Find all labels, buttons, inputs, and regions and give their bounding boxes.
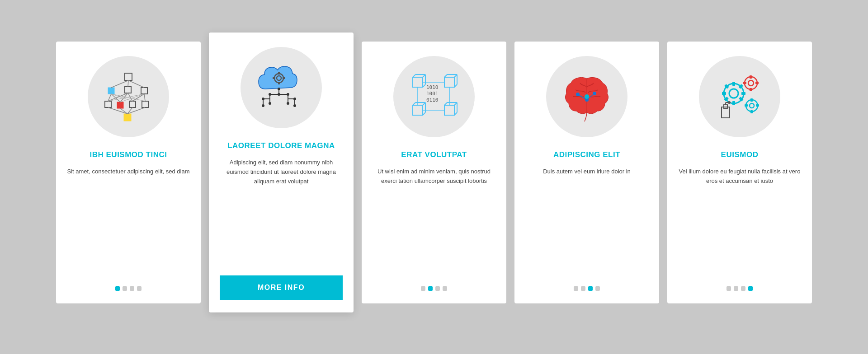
card-4: ADIPISCING ELIT Duis autem vel eum iriur… <box>514 42 659 303</box>
svg-rect-109 <box>745 104 748 107</box>
svg-rect-94 <box>741 92 745 95</box>
svg-rect-91 <box>732 82 735 86</box>
card-3-body: Ut wisi enim ad minim veniam, quis nostr… <box>373 167 495 275</box>
dot-5-2 <box>734 286 738 291</box>
svg-rect-0 <box>125 73 132 80</box>
svg-point-42 <box>278 93 280 96</box>
dot-4-1 <box>574 286 578 291</box>
svg-rect-101 <box>750 75 752 79</box>
card-4-body: Duis autem vel eum iriure dolor in <box>543 167 631 275</box>
dot-3-4 <box>443 286 447 291</box>
dot-5-1 <box>726 286 731 291</box>
svg-rect-61 <box>444 77 454 87</box>
dot-5-3 <box>741 286 745 291</box>
card-3-title: ERAT VOLUTPAT <box>401 150 467 160</box>
svg-rect-103 <box>743 82 746 84</box>
card-5-title: EUISMOD <box>721 150 759 160</box>
svg-point-88 <box>585 94 589 99</box>
card-5-dots <box>726 286 753 291</box>
dot-3-3 <box>435 286 440 291</box>
dot-3-1 <box>421 286 425 291</box>
svg-rect-6 <box>129 101 136 107</box>
card-2-title: LAOREET DOLORE MAGNA <box>227 141 335 151</box>
svg-rect-102 <box>750 88 752 91</box>
svg-rect-110 <box>756 104 759 107</box>
svg-text:1010: 1010 <box>426 84 439 90</box>
dot-1-3 <box>130 286 134 291</box>
card-3: 1010 1001 0110 <box>362 42 506 303</box>
svg-point-47 <box>262 98 264 100</box>
cards-container: IBH EUISMOD TINCI Sit amet, consectetuer… <box>27 42 841 312</box>
svg-rect-108 <box>750 110 753 113</box>
svg-point-45 <box>269 102 271 105</box>
dot-1-4 <box>137 286 142 291</box>
card-4-icon-circle <box>546 56 627 137</box>
svg-rect-5 <box>117 102 123 108</box>
card-3-dots <box>421 286 447 291</box>
card-2: LAOREET DOLORE MAGNA Adipiscing elit, se… <box>209 33 354 312</box>
svg-point-106 <box>750 103 754 108</box>
svg-rect-55 <box>413 77 423 87</box>
dot-3-2 <box>428 286 433 291</box>
svg-rect-31 <box>273 77 275 79</box>
card-1-icon-circle <box>88 56 169 137</box>
blockchain-icon: 1010 1001 0110 <box>405 67 463 126</box>
dot-4-4 <box>595 286 600 291</box>
svg-rect-92 <box>732 101 735 105</box>
dot-4-2 <box>581 286 585 291</box>
svg-rect-3 <box>141 88 147 94</box>
card-5-icon-circle <box>699 56 780 137</box>
svg-rect-30 <box>278 82 280 84</box>
svg-rect-8 <box>124 114 131 121</box>
svg-point-49 <box>262 104 264 107</box>
dot-1-1 <box>115 286 120 291</box>
svg-rect-2 <box>125 87 131 93</box>
gears-icon <box>710 67 769 126</box>
dot-4-3 <box>588 286 593 291</box>
svg-rect-104 <box>755 82 759 84</box>
card-5: EUISMOD Vel illum dolore eu feugiat null… <box>667 42 812 303</box>
card-4-title: ADIPISCING ELIT <box>553 150 620 160</box>
svg-point-48 <box>293 98 296 100</box>
svg-point-100 <box>748 80 754 86</box>
card-4-dots <box>574 286 600 291</box>
svg-point-44 <box>287 93 289 96</box>
svg-rect-107 <box>750 98 753 102</box>
svg-rect-1 <box>108 88 114 94</box>
svg-point-115 <box>728 101 731 104</box>
svg-rect-93 <box>722 92 726 95</box>
card-2-body: Adipiscing elit, sed diam nonummy nibh e… <box>220 158 343 265</box>
cloud-circuit-icon <box>252 58 311 117</box>
svg-line-20 <box>120 108 127 114</box>
more-info-button[interactable]: MORE INFO <box>220 275 343 300</box>
svg-point-99 <box>745 77 757 89</box>
svg-rect-73 <box>444 105 454 115</box>
svg-point-50 <box>293 104 296 107</box>
card-2-icon-circle <box>241 47 322 128</box>
dot-5-4 <box>748 286 753 291</box>
svg-point-43 <box>269 93 271 96</box>
card-3-icon-circle: 1010 1001 0110 <box>393 56 475 137</box>
svg-text:1001: 1001 <box>426 91 439 97</box>
svg-line-10 <box>128 80 128 87</box>
card-1-title: IBH EUISMOD TINCI <box>90 150 167 160</box>
card-1-dots <box>115 286 142 291</box>
dot-1-2 <box>123 286 127 291</box>
card-5-body: Vel illum dolore eu feugiat nulla facili… <box>678 167 801 275</box>
svg-rect-67 <box>413 105 423 115</box>
svg-point-46 <box>287 102 289 105</box>
svg-rect-4 <box>105 101 111 107</box>
svg-text:0110: 0110 <box>426 97 439 103</box>
svg-point-90 <box>729 89 738 98</box>
svg-line-18 <box>144 94 145 101</box>
card-1: IBH EUISMOD TINCI Sit amet, consectetuer… <box>56 42 201 303</box>
neural-network-icon <box>101 70 156 124</box>
svg-rect-29 <box>278 72 280 75</box>
brain-icon <box>557 67 616 126</box>
svg-point-51 <box>278 88 280 90</box>
svg-rect-32 <box>283 77 285 79</box>
svg-rect-7 <box>142 101 148 107</box>
card-1-body: Sit amet, consectetuer adipiscing elit, … <box>67 167 190 275</box>
